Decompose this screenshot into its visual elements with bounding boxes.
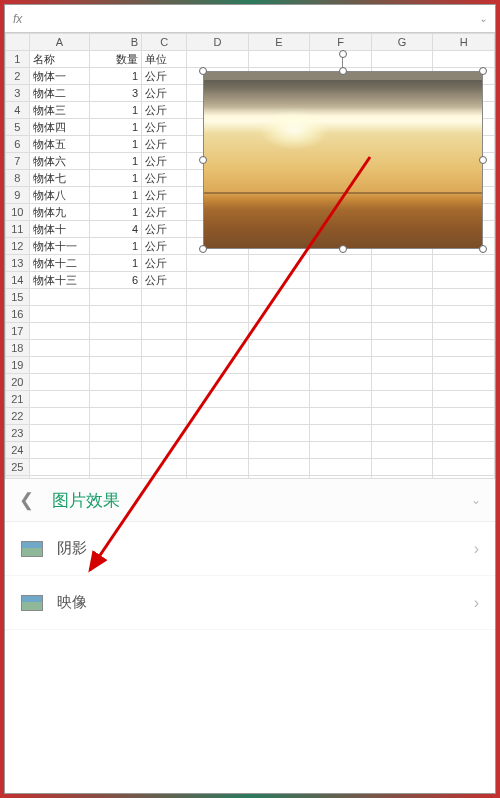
cell[interactable] <box>142 476 187 479</box>
cell[interactable]: 3 <box>90 85 142 102</box>
chevron-down-icon[interactable]: ⌄ <box>471 493 481 507</box>
cell[interactable]: 物体七 <box>29 170 89 187</box>
row-header[interactable]: 24 <box>6 442 30 459</box>
spreadsheet-grid[interactable]: A B C D E F G H 1名称数量单位2物体一1公斤3物体二3公斤4物体… <box>5 33 495 478</box>
cell[interactable] <box>371 408 433 425</box>
cell[interactable]: 公斤 <box>142 187 187 204</box>
cell[interactable] <box>310 289 372 306</box>
row-header[interactable]: 19 <box>6 357 30 374</box>
cell[interactable]: 物体二 <box>29 85 89 102</box>
cell[interactable] <box>310 255 372 272</box>
cell[interactable] <box>248 272 310 289</box>
cell[interactable]: 1 <box>90 136 142 153</box>
cell[interactable] <box>433 459 495 476</box>
cell[interactable]: 物体九 <box>29 204 89 221</box>
option-reflection[interactable]: 映像 › <box>5 576 495 630</box>
cell[interactable]: 4 <box>90 221 142 238</box>
cell[interactable] <box>371 442 433 459</box>
row-header[interactable]: 14 <box>6 272 30 289</box>
cell[interactable]: 1 <box>90 238 142 255</box>
cell[interactable]: 公斤 <box>142 119 187 136</box>
cell[interactable] <box>248 459 310 476</box>
cell[interactable] <box>310 272 372 289</box>
cell[interactable]: 物体十三 <box>29 272 89 289</box>
cell[interactable] <box>248 51 310 68</box>
resize-handle-tl[interactable] <box>199 67 207 75</box>
cell[interactable] <box>29 476 89 479</box>
cell[interactable]: 物体四 <box>29 119 89 136</box>
col-header[interactable]: B <box>90 34 142 51</box>
cell[interactable] <box>310 374 372 391</box>
cell[interactable]: 公斤 <box>142 68 187 85</box>
resize-handle-tr[interactable] <box>479 67 487 75</box>
cell[interactable] <box>90 408 142 425</box>
cell[interactable] <box>433 306 495 323</box>
cell[interactable] <box>187 51 249 68</box>
cell[interactable] <box>310 391 372 408</box>
cell[interactable] <box>433 442 495 459</box>
cell[interactable] <box>187 340 249 357</box>
col-header[interactable]: G <box>371 34 433 51</box>
resize-handle-ml[interactable] <box>199 156 207 164</box>
cell[interactable] <box>29 442 89 459</box>
cell[interactable] <box>248 306 310 323</box>
cell[interactable]: 6 <box>90 272 142 289</box>
cell[interactable] <box>187 408 249 425</box>
cell[interactable]: 物体三 <box>29 102 89 119</box>
cell[interactable]: 公斤 <box>142 204 187 221</box>
resize-handle-bl[interactable] <box>199 245 207 253</box>
cell[interactable] <box>187 289 249 306</box>
cell[interactable]: 物体五 <box>29 136 89 153</box>
cell[interactable] <box>433 357 495 374</box>
cell[interactable]: 物体八 <box>29 187 89 204</box>
cell[interactable] <box>433 323 495 340</box>
cell[interactable] <box>142 425 187 442</box>
row-header[interactable]: 23 <box>6 425 30 442</box>
row-header[interactable]: 3 <box>6 85 30 102</box>
cell[interactable] <box>142 289 187 306</box>
cell[interactable] <box>29 374 89 391</box>
cell[interactable] <box>248 357 310 374</box>
cell[interactable] <box>187 357 249 374</box>
cell[interactable] <box>29 459 89 476</box>
cell[interactable]: 1 <box>90 187 142 204</box>
cell[interactable] <box>90 442 142 459</box>
cell[interactable]: 1 <box>90 255 142 272</box>
col-header[interactable]: D <box>187 34 249 51</box>
cell[interactable]: 名称 <box>29 51 89 68</box>
cell[interactable]: 1 <box>90 68 142 85</box>
cell[interactable] <box>142 374 187 391</box>
cell[interactable] <box>433 476 495 479</box>
row-header[interactable]: 10 <box>6 204 30 221</box>
cell[interactable] <box>371 323 433 340</box>
cell[interactable]: 物体十一 <box>29 238 89 255</box>
row-header[interactable]: 12 <box>6 238 30 255</box>
rotate-handle[interactable] <box>339 50 347 58</box>
cell[interactable] <box>433 391 495 408</box>
cell[interactable] <box>142 442 187 459</box>
cell[interactable] <box>29 425 89 442</box>
col-header[interactable]: E <box>248 34 310 51</box>
cell[interactable] <box>29 306 89 323</box>
cell[interactable] <box>142 459 187 476</box>
resize-handle-tm[interactable] <box>339 67 347 75</box>
cell[interactable] <box>371 255 433 272</box>
col-header[interactable]: F <box>310 34 372 51</box>
cell[interactable] <box>371 391 433 408</box>
cell[interactable] <box>29 357 89 374</box>
row-header[interactable]: 21 <box>6 391 30 408</box>
cell[interactable] <box>90 323 142 340</box>
resize-handle-br[interactable] <box>479 245 487 253</box>
row-header[interactable]: 15 <box>6 289 30 306</box>
cell[interactable]: 物体六 <box>29 153 89 170</box>
cell[interactable] <box>29 408 89 425</box>
cell[interactable] <box>90 425 142 442</box>
cell[interactable] <box>433 255 495 272</box>
cell[interactable] <box>433 408 495 425</box>
cell[interactable] <box>90 289 142 306</box>
row-header[interactable]: 5 <box>6 119 30 136</box>
cell[interactable] <box>90 459 142 476</box>
cell[interactable]: 1 <box>90 170 142 187</box>
row-header[interactable]: 20 <box>6 374 30 391</box>
cell[interactable] <box>90 357 142 374</box>
